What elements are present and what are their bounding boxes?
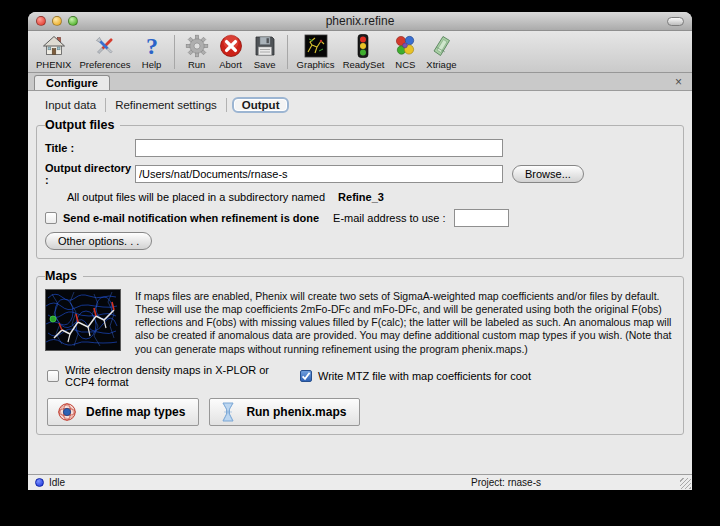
title-label: Title : [45, 142, 135, 154]
tools-icon [92, 33, 118, 59]
toolbar-label: PHENIX [36, 59, 71, 70]
subdirectory-note-text: All output files will be placed in a sub… [67, 191, 325, 203]
tab-input-data[interactable]: Input data [36, 98, 106, 112]
mtz-coot-checkbox[interactable] [300, 370, 312, 382]
toolbar-label: Graphics [297, 59, 335, 70]
maps-group: Maps [36, 269, 684, 435]
mtz-coot-checkbox-row: Write MTZ file with map coefficients for… [300, 364, 531, 388]
spheres-icon [392, 33, 418, 59]
resize-grip[interactable] [680, 478, 691, 489]
email-address-input[interactable] [454, 209, 509, 227]
tab-refinement-settings[interactable]: Refinement settings [106, 98, 227, 112]
abort-icon [218, 33, 244, 59]
xplor-ccp4-checkbox[interactable] [47, 370, 59, 382]
toolbar-label: Help [142, 59, 162, 70]
close-window-button[interactable] [36, 16, 46, 26]
traffic-lights [36, 16, 78, 26]
graphics-icon [303, 33, 329, 59]
other-options-button[interactable]: Other options. . . [45, 232, 152, 250]
home-icon [41, 33, 67, 59]
xplor-ccp4-checkbox-label: Write electron density maps in X-PLOR or… [65, 364, 300, 388]
mtz-coot-checkbox-label: Write MTZ file with map coefficients for… [318, 370, 531, 382]
toolbar-label: ReadySet [343, 59, 385, 70]
tab-output[interactable]: Output [232, 97, 290, 113]
question-icon: ? [139, 33, 165, 59]
status-dot-icon [35, 478, 44, 487]
output-directory-label: Output directory : [45, 162, 135, 186]
run-phenix-maps-button[interactable]: Run phenix.maps [209, 398, 360, 426]
toolbar-label: Abort [219, 59, 242, 70]
status-text: Idle [49, 477, 65, 488]
svg-text:?: ? [146, 33, 158, 59]
status-bar: Idle Project: rnase-s [28, 474, 692, 490]
email-notification-label: Send e-mail notification when refinement… [63, 212, 319, 224]
settings-tab-bar: Input data Refinement settings Output [36, 94, 686, 116]
toolbar-button-phenix[interactable]: PHENIX [32, 33, 75, 70]
window-title: phenix.refine [28, 14, 692, 28]
run-phenix-maps-label: Run phenix.maps [246, 405, 346, 419]
electron-density-thumbnail [45, 289, 121, 351]
toolbar-label: Run [188, 59, 205, 70]
toolbar-button-help[interactable]: ? Help [135, 33, 169, 70]
map-sphere-icon [57, 402, 77, 422]
toolbar-button-preferences[interactable]: Preferences [75, 33, 134, 70]
toolbar-button-save[interactable]: Save [248, 33, 282, 70]
save-icon [252, 33, 278, 59]
toolbar-button-readyset[interactable]: ReadySet [339, 33, 389, 70]
maps-description: If maps files are enabled, Phenix will c… [135, 289, 675, 356]
toolbar-separator [287, 35, 288, 69]
title-input[interactable] [135, 139, 503, 157]
toolbar-label: Save [254, 59, 276, 70]
toolbar-toggle-button[interactable] [667, 17, 684, 26]
toolbar-label: Preferences [79, 59, 130, 70]
project-label: Project: rnase-s [436, 477, 576, 488]
title-bar[interactable]: phenix.refine [28, 12, 692, 31]
toolbar-button-abort[interactable]: Abort [214, 33, 248, 70]
email-notification-checkbox[interactable] [45, 212, 57, 224]
app-window: phenix.refine PHENIX [28, 12, 692, 490]
close-icon[interactable]: × [675, 77, 682, 87]
minimize-window-button[interactable] [52, 16, 62, 26]
toolbar-button-run[interactable]: Run [180, 33, 214, 70]
output-directory-input[interactable] [135, 165, 503, 183]
crystal-icon [428, 33, 454, 59]
configure-panel: Input data Refinement settings Output Ou… [28, 91, 692, 474]
toolbar: PHENIX Preferences [28, 31, 692, 73]
toolbar-button-graphics[interactable]: Graphics [293, 33, 339, 70]
toolbar-label: NCS [395, 59, 415, 70]
email-address-label: E-mail address to use : [333, 212, 446, 224]
gear-icon [184, 33, 210, 59]
output-files-group: Output files Title : Output directory : … [36, 118, 684, 259]
browse-button[interactable]: Browse... [512, 165, 584, 183]
subdirectory-note: All output files will be placed in a sub… [67, 191, 675, 203]
maps-legend: Maps [45, 269, 83, 283]
toolbar-button-xtriage[interactable]: Xtriage [422, 33, 460, 70]
zoom-window-button[interactable] [68, 16, 78, 26]
xplor-ccp4-checkbox-row: Write electron density maps in X-PLOR or… [47, 364, 300, 388]
define-map-types-label: Define map types [86, 405, 185, 419]
toolbar-label: Xtriage [426, 59, 456, 70]
configure-strip: Configure × [28, 73, 692, 91]
traffic-light-icon [350, 33, 376, 59]
maps-mesh-icon [219, 402, 237, 422]
toolbar-separator [174, 35, 175, 69]
output-files-legend: Output files [45, 118, 120, 132]
configure-tab[interactable]: Configure [34, 75, 110, 90]
subdirectory-name: Refine_3 [338, 191, 384, 203]
toolbar-button-ncs[interactable]: NCS [388, 33, 422, 70]
define-map-types-button[interactable]: Define map types [47, 398, 199, 426]
